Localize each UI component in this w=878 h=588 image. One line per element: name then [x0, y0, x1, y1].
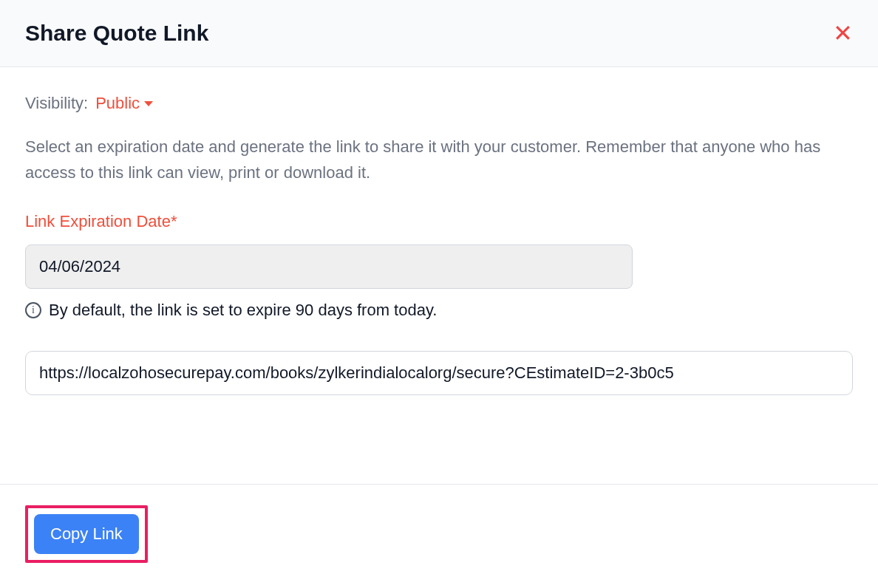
share-link-modal: Share Quote Link ✕ Visibility: Public Se… — [0, 0, 878, 588]
copy-link-button[interactable]: Copy Link — [34, 514, 139, 554]
modal-body: Visibility: Public Select an expiration … — [0, 67, 878, 484]
modal-header: Share Quote Link ✕ — [0, 0, 878, 67]
info-icon: i — [25, 302, 41, 318]
visibility-value: Public — [95, 94, 140, 113]
expiration-help-text: By default, the link is set to expire 90… — [49, 301, 437, 320]
visibility-row: Visibility: Public — [25, 94, 853, 113]
chevron-down-icon — [144, 101, 153, 106]
expiration-date-input[interactable] — [25, 245, 633, 289]
visibility-label: Visibility: — [25, 94, 88, 113]
expiration-help-row: i By default, the link is set to expire … — [25, 301, 853, 320]
expiration-label: Link Expiration Date* — [25, 212, 853, 231]
share-url-input[interactable] — [25, 351, 853, 395]
close-button[interactable]: ✕ — [833, 21, 853, 45]
modal-title: Share Quote Link — [25, 21, 208, 46]
visibility-dropdown[interactable]: Public — [95, 94, 153, 113]
modal-footer: Copy Link — [0, 484, 878, 588]
highlight-annotation: Copy Link — [25, 505, 148, 563]
description-text: Select an expiration date and generate t… — [25, 134, 838, 185]
close-icon: ✕ — [833, 20, 853, 47]
